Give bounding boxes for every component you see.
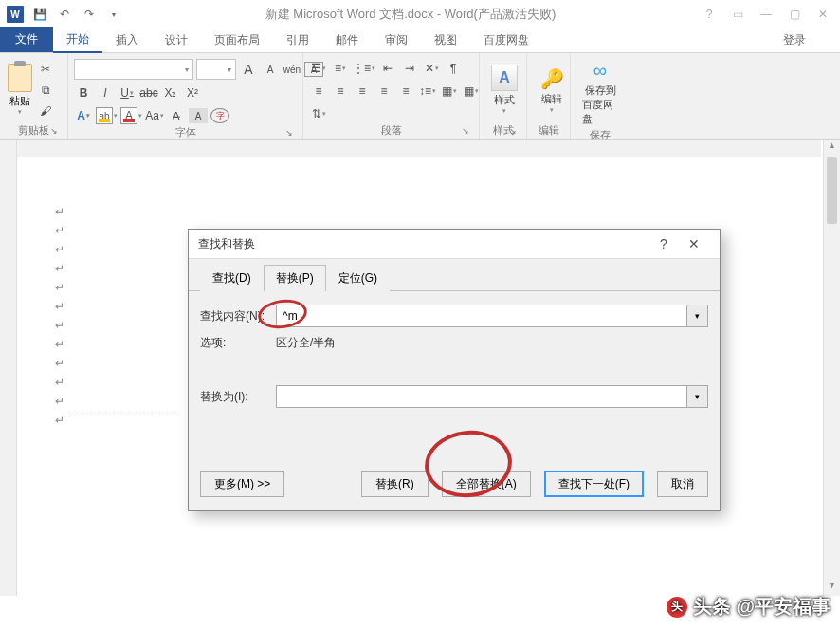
tab-view[interactable]: 视图 xyxy=(421,28,470,52)
line-spacing-icon[interactable]: ↕≡ xyxy=(418,82,437,101)
paste-button[interactable]: 粘贴 ▾ xyxy=(6,62,34,118)
numbering-icon[interactable]: ≡ xyxy=(331,59,350,78)
dialog-close-icon[interactable]: ✕ xyxy=(678,236,710,251)
tab-references[interactable]: 引用 xyxy=(273,28,322,52)
tab-goto-dialog[interactable]: 定位(G) xyxy=(326,265,390,291)
clear-format-icon[interactable]: A̶ xyxy=(167,106,186,125)
clipboard-launcher[interactable]: ↘ xyxy=(48,126,60,138)
find-content-input[interactable] xyxy=(276,305,687,327)
italic-button[interactable]: I xyxy=(96,83,115,102)
undo-icon[interactable]: ↶ xyxy=(53,3,76,26)
highlight-icon[interactable]: ab xyxy=(96,106,118,125)
copy-icon[interactable]: ⧉ xyxy=(37,82,54,99)
editing-button[interactable]: 🔑编辑▾ xyxy=(533,64,571,116)
tab-mailings[interactable]: 邮件 xyxy=(322,28,372,52)
show-marks-icon[interactable]: ¶ xyxy=(444,59,463,78)
tab-design[interactable]: 设计 xyxy=(152,28,201,52)
enclose-char-icon[interactable]: 字 xyxy=(210,108,229,123)
qat-more-icon[interactable]: ▾ xyxy=(102,3,125,26)
tab-home[interactable]: 开始 xyxy=(53,28,102,53)
maximize-icon[interactable]: ▢ xyxy=(781,3,808,26)
bullets-icon[interactable]: ☰ xyxy=(309,59,328,78)
format-painter-icon[interactable]: 🖌 xyxy=(37,102,54,120)
cancel-button[interactable]: 取消 xyxy=(657,471,708,497)
shrink-font-icon[interactable]: A xyxy=(261,60,280,79)
paragraph-launcher[interactable]: ↘ xyxy=(460,126,471,138)
window-title: 新建 Microsoft Word 文档.docx - Word(产品激活失败) xyxy=(125,6,696,23)
watermark: 头 头条 @平安福事 xyxy=(667,594,831,620)
replace-button[interactable]: 替换(R) xyxy=(361,471,429,497)
find-dropdown-icon[interactable]: ▾ xyxy=(687,305,708,327)
dialog-help-icon[interactable]: ? xyxy=(649,236,678,251)
phonetic-icon[interactable]: wén xyxy=(283,60,301,79)
font-launcher[interactable]: ↘ xyxy=(283,128,295,139)
decrease-indent-icon[interactable]: ⇤ xyxy=(378,59,397,78)
char-shading-icon[interactable]: A xyxy=(189,108,208,123)
login-link[interactable]: 登录 xyxy=(776,28,813,52)
paragraph-mark: ↵ xyxy=(55,224,64,237)
help-icon[interactable]: ? xyxy=(696,3,722,26)
justify-icon[interactable]: ≡ xyxy=(374,82,393,101)
styles-button[interactable]: A样式▾ xyxy=(485,63,523,117)
cut-icon[interactable]: ✂ xyxy=(37,61,54,78)
sort-icon-2[interactable]: ⇅ xyxy=(309,104,328,123)
paragraph-mark: ↵ xyxy=(55,338,64,351)
distribute-icon[interactable]: ≡ xyxy=(396,82,415,101)
tab-find-dialog[interactable]: 查找(D) xyxy=(200,265,264,291)
group-font: 字体 xyxy=(175,126,196,138)
grow-font-icon[interactable]: A xyxy=(239,60,258,79)
find-next-button[interactable]: 查找下一处(F) xyxy=(544,471,644,497)
replace-with-input[interactable] xyxy=(276,385,687,408)
borders-icon[interactable]: ▦ xyxy=(462,82,481,101)
redo-icon[interactable]: ↷ xyxy=(78,3,100,26)
replace-with-label: 替换为(I): xyxy=(200,389,276,405)
styles-icon: A xyxy=(491,65,518,91)
horizontal-ruler xyxy=(17,140,821,157)
asian-layout-icon[interactable]: ✕ xyxy=(422,59,441,78)
minimize-icon[interactable]: — xyxy=(753,3,779,26)
shading-icon[interactable]: ▦ xyxy=(440,82,459,101)
group-clipboard: 剪贴板 xyxy=(18,124,49,136)
tab-file[interactable]: 文件 xyxy=(0,27,53,52)
align-left-icon[interactable]: ≡ xyxy=(309,82,328,101)
tab-insert[interactable]: 插入 xyxy=(102,28,152,52)
vertical-scrollbar[interactable]: ▲ ▼ xyxy=(823,140,840,596)
tab-review[interactable]: 审阅 xyxy=(372,28,421,52)
align-center-icon[interactable]: ≡ xyxy=(331,82,350,101)
paragraph-mark: ↵ xyxy=(55,319,64,332)
tab-replace-dialog[interactable]: 替换(P) xyxy=(264,265,326,291)
replace-all-button[interactable]: 全部替换(A) xyxy=(442,471,531,497)
increase-indent-icon[interactable]: ⇥ xyxy=(400,59,419,78)
options-label: 选项: xyxy=(200,335,276,351)
find-content-label: 查找内容(N): xyxy=(200,308,276,324)
scroll-up-icon[interactable]: ▲ xyxy=(824,140,840,156)
strikethrough-button[interactable]: abc xyxy=(139,83,158,102)
font-name-combo[interactable]: ▾ xyxy=(74,59,193,80)
change-case-icon[interactable]: Aa xyxy=(145,106,164,125)
subscript-button[interactable]: X₂ xyxy=(161,83,180,102)
align-right-icon[interactable]: ≡ xyxy=(353,82,372,101)
font-color-icon[interactable]: A xyxy=(120,106,142,125)
baidu-save-button[interactable]: ∞保存到百度网盘 xyxy=(576,55,624,128)
tab-baidu[interactable]: 百度网盘 xyxy=(470,28,542,52)
text-effects-icon[interactable]: A xyxy=(74,106,93,125)
replace-dropdown-icon[interactable]: ▾ xyxy=(687,385,708,408)
find-replace-dialog: 查找和替换 ? ✕ 查找(D) 替换(P) 定位(G) 查找内容(N): ▾ 选… xyxy=(188,229,721,511)
underline-button[interactable]: U xyxy=(118,83,137,102)
find-icon: 🔑 xyxy=(539,65,565,92)
close-icon[interactable]: ✕ xyxy=(810,3,836,26)
ribbon-display-icon[interactable]: ▭ xyxy=(724,3,751,26)
multilevel-icon[interactable]: ⋮≡ xyxy=(353,59,375,78)
styles-launcher[interactable]: ↘ xyxy=(507,126,519,138)
superscript-button[interactable]: X² xyxy=(183,83,202,102)
font-size-combo[interactable]: ▾ xyxy=(196,59,236,80)
save-icon[interactable]: 💾 xyxy=(28,3,51,26)
bold-button[interactable]: B xyxy=(74,83,93,102)
paragraph-mark: ↵ xyxy=(55,395,64,408)
tab-layout[interactable]: 页面布局 xyxy=(201,28,273,52)
scroll-thumb[interactable] xyxy=(827,157,837,224)
paragraph-mark: ↵ xyxy=(55,414,64,427)
more-button[interactable]: 更多(M) >> xyxy=(200,471,284,497)
paragraph-mark: ↵ xyxy=(55,243,64,256)
clipboard-icon xyxy=(8,64,32,92)
